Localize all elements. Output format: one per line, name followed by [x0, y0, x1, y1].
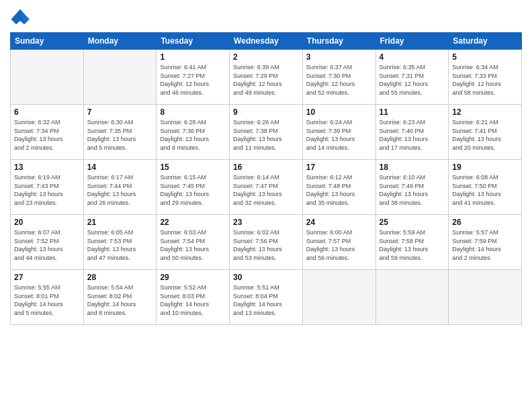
day-number: 4	[380, 52, 445, 62]
calendar-cell: 29Sunrise: 5:52 AM Sunset: 8:03 PM Dayli…	[157, 270, 230, 325]
day-info: Sunrise: 6:23 AM Sunset: 7:40 PM Dayligh…	[380, 118, 445, 152]
day-number: 20	[14, 218, 80, 227]
day-info: Sunrise: 6:03 AM Sunset: 7:54 PM Dayligh…	[160, 228, 226, 262]
day-info: Sunrise: 6:00 AM Sunset: 7:57 PM Dayligh…	[306, 228, 372, 262]
calendar-cell: 15Sunrise: 6:15 AM Sunset: 7:45 PM Dayli…	[157, 160, 230, 215]
day-info: Sunrise: 5:59 AM Sunset: 7:58 PM Dayligh…	[380, 228, 445, 262]
day-header-tuesday: Tuesday	[157, 33, 230, 50]
day-header-sunday: Sunday	[11, 33, 84, 50]
day-info: Sunrise: 5:51 AM Sunset: 8:04 PM Dayligh…	[233, 283, 299, 317]
day-info: Sunrise: 6:41 AM Sunset: 7:27 PM Dayligh…	[160, 63, 226, 97]
day-info: Sunrise: 6:15 AM Sunset: 7:45 PM Dayligh…	[160, 173, 226, 207]
day-info: Sunrise: 6:32 AM Sunset: 7:34 PM Dayligh…	[14, 118, 80, 152]
day-info: Sunrise: 6:26 AM Sunset: 7:38 PM Dayligh…	[233, 118, 299, 152]
calendar-body: 1Sunrise: 6:41 AM Sunset: 7:27 PM Daylig…	[11, 50, 522, 325]
calendar-cell	[375, 270, 449, 325]
calendar-header: SundayMondayTuesdayWednesdayThursdayFrid…	[11, 33, 522, 50]
day-number: 28	[87, 273, 153, 282]
day-info: Sunrise: 6:30 AM Sunset: 7:35 PM Dayligh…	[87, 118, 153, 152]
calendar-week-1: 6Sunrise: 6:32 AM Sunset: 7:34 PM Daylig…	[11, 105, 522, 160]
day-number: 6	[14, 107, 80, 117]
header-row: SundayMondayTuesdayWednesdayThursdayFrid…	[11, 33, 522, 50]
day-number: 18	[380, 163, 445, 172]
day-info: Sunrise: 6:17 AM Sunset: 7:44 PM Dayligh…	[87, 173, 153, 207]
calendar-cell: 19Sunrise: 6:08 AM Sunset: 7:50 PM Dayli…	[449, 160, 522, 215]
day-number: 24	[306, 218, 372, 227]
calendar-cell: 16Sunrise: 6:14 AM Sunset: 7:47 PM Dayli…	[230, 160, 303, 215]
day-number: 9	[233, 107, 299, 117]
day-info: Sunrise: 6:34 AM Sunset: 7:33 PM Dayligh…	[452, 63, 518, 97]
day-header-saturday: Saturday	[449, 33, 522, 50]
day-number: 26	[452, 218, 518, 227]
day-number: 27	[14, 273, 80, 282]
calendar-cell: 8Sunrise: 6:28 AM Sunset: 7:36 PM Daylig…	[157, 105, 230, 160]
day-header-monday: Monday	[83, 33, 157, 50]
day-number: 10	[306, 107, 372, 117]
day-number: 16	[233, 163, 299, 172]
day-number: 3	[306, 52, 372, 62]
day-number: 12	[452, 107, 518, 117]
day-number: 29	[160, 273, 226, 282]
day-info: Sunrise: 6:08 AM Sunset: 7:50 PM Dayligh…	[452, 173, 518, 207]
day-info: Sunrise: 6:12 AM Sunset: 7:48 PM Dayligh…	[306, 173, 372, 207]
calendar-cell: 25Sunrise: 5:59 AM Sunset: 7:58 PM Dayli…	[375, 215, 449, 270]
day-info: Sunrise: 6:39 AM Sunset: 7:29 PM Dayligh…	[233, 63, 299, 97]
day-info: Sunrise: 6:35 AM Sunset: 7:31 PM Dayligh…	[380, 63, 445, 97]
calendar-cell: 5Sunrise: 6:34 AM Sunset: 7:33 PM Daylig…	[449, 50, 522, 105]
day-header-thursday: Thursday	[302, 33, 375, 50]
calendar-week-4: 27Sunrise: 5:55 AM Sunset: 8:01 PM Dayli…	[11, 270, 522, 325]
day-info: Sunrise: 6:21 AM Sunset: 7:41 PM Dayligh…	[452, 118, 518, 152]
calendar-cell: 6Sunrise: 6:32 AM Sunset: 7:34 PM Daylig…	[11, 105, 84, 160]
calendar-cell: 13Sunrise: 6:19 AM Sunset: 7:43 PM Dayli…	[11, 160, 84, 215]
calendar-cell: 27Sunrise: 5:55 AM Sunset: 8:01 PM Dayli…	[11, 270, 84, 325]
day-number: 7	[87, 107, 153, 117]
day-number: 14	[87, 163, 153, 172]
calendar-cell	[11, 50, 84, 105]
day-number: 30	[233, 273, 299, 282]
calendar-cell: 12Sunrise: 6:21 AM Sunset: 7:41 PM Dayli…	[449, 105, 522, 160]
calendar-cell: 22Sunrise: 6:03 AM Sunset: 7:54 PM Dayli…	[157, 215, 230, 270]
day-info: Sunrise: 6:37 AM Sunset: 7:30 PM Dayligh…	[306, 63, 372, 97]
calendar-cell: 20Sunrise: 6:07 AM Sunset: 7:52 PM Dayli…	[11, 215, 84, 270]
day-info: Sunrise: 5:57 AM Sunset: 7:59 PM Dayligh…	[452, 228, 518, 262]
day-number: 5	[452, 52, 518, 62]
day-number: 25	[380, 218, 445, 227]
logo	[10, 7, 33, 27]
calendar-cell	[83, 50, 157, 105]
calendar-cell: 10Sunrise: 6:24 AM Sunset: 7:39 PM Dayli…	[302, 105, 375, 160]
day-header-friday: Friday	[375, 33, 449, 50]
calendar-cell	[302, 270, 375, 325]
calendar-table: SundayMondayTuesdayWednesdayThursdayFrid…	[10, 32, 522, 325]
calendar-cell: 17Sunrise: 6:12 AM Sunset: 7:48 PM Dayli…	[302, 160, 375, 215]
day-info: Sunrise: 6:05 AM Sunset: 7:53 PM Dayligh…	[87, 228, 153, 262]
day-info: Sunrise: 6:07 AM Sunset: 7:52 PM Dayligh…	[14, 228, 80, 262]
calendar-cell: 30Sunrise: 5:51 AM Sunset: 8:04 PM Dayli…	[230, 270, 303, 325]
day-info: Sunrise: 5:55 AM Sunset: 8:01 PM Dayligh…	[14, 283, 80, 317]
calendar-cell: 23Sunrise: 6:02 AM Sunset: 7:56 PM Dayli…	[230, 215, 303, 270]
calendar-cell: 2Sunrise: 6:39 AM Sunset: 7:29 PM Daylig…	[230, 50, 303, 105]
calendar-cell: 9Sunrise: 6:26 AM Sunset: 7:38 PM Daylig…	[230, 105, 303, 160]
calendar-cell: 3Sunrise: 6:37 AM Sunset: 7:30 PM Daylig…	[302, 50, 375, 105]
day-number: 21	[87, 218, 153, 227]
calendar-cell: 21Sunrise: 6:05 AM Sunset: 7:53 PM Dayli…	[83, 215, 157, 270]
day-info: Sunrise: 6:19 AM Sunset: 7:43 PM Dayligh…	[14, 173, 80, 207]
page: SundayMondayTuesdayWednesdayThursdayFrid…	[0, 0, 532, 411]
day-info: Sunrise: 6:28 AM Sunset: 7:36 PM Dayligh…	[160, 118, 226, 152]
calendar-week-2: 13Sunrise: 6:19 AM Sunset: 7:43 PM Dayli…	[11, 160, 522, 215]
day-number: 15	[160, 163, 226, 172]
day-info: Sunrise: 5:52 AM Sunset: 8:03 PM Dayligh…	[160, 283, 226, 317]
day-info: Sunrise: 5:54 AM Sunset: 8:02 PM Dayligh…	[87, 283, 153, 317]
day-info: Sunrise: 6:10 AM Sunset: 7:49 PM Dayligh…	[380, 173, 445, 207]
day-number: 22	[160, 218, 226, 227]
calendar-cell: 26Sunrise: 5:57 AM Sunset: 7:59 PM Dayli…	[449, 215, 522, 270]
day-info: Sunrise: 6:14 AM Sunset: 7:47 PM Dayligh…	[233, 173, 299, 207]
day-info: Sunrise: 6:24 AM Sunset: 7:39 PM Dayligh…	[306, 118, 372, 152]
day-number: 13	[14, 163, 80, 172]
calendar-cell: 18Sunrise: 6:10 AM Sunset: 7:49 PM Dayli…	[375, 160, 449, 215]
calendar-cell: 24Sunrise: 6:00 AM Sunset: 7:57 PM Dayli…	[302, 215, 375, 270]
logo-icon	[10, 7, 30, 27]
calendar-cell: 1Sunrise: 6:41 AM Sunset: 7:27 PM Daylig…	[157, 50, 230, 105]
calendar-cell	[449, 270, 522, 325]
calendar-cell: 14Sunrise: 6:17 AM Sunset: 7:44 PM Dayli…	[83, 160, 157, 215]
calendar-cell: 28Sunrise: 5:54 AM Sunset: 8:02 PM Dayli…	[83, 270, 157, 325]
